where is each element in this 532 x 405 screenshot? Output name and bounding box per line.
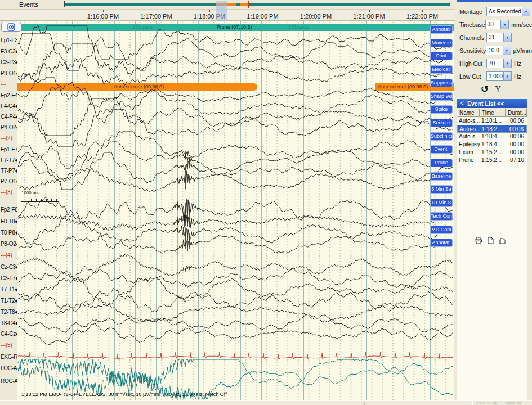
events-timeline-bar[interactable]	[65, 3, 450, 6]
bubble-button-event-[interactable]: Event!	[430, 145, 453, 154]
setting-dropdown[interactable]: 31▼	[486, 33, 512, 42]
status-divider	[364, 402, 365, 405]
bubble-button-annotati[interactable]: Annotati	[430, 238, 453, 247]
event-time: 1:18:4...	[480, 141, 506, 148]
bubble-button-5-min-sa[interactable]: 5 Min Sa	[430, 185, 453, 194]
channel-label[interactable]: P3-O1♦	[1, 70, 19, 76]
time-label: 1:21:00 PM	[353, 13, 385, 20]
channel-separator-label: ---(5)	[1, 342, 12, 348]
setting-dropdown[interactable]: 1.000▼	[486, 71, 512, 81]
auto-seizure-bar[interactable]: Auto-seizure (00:06.0)	[17, 83, 257, 91]
setting-dropdown[interactable]: 30▼	[485, 20, 509, 29]
channel-label[interactable]: T8-P8♦	[1, 230, 18, 236]
chevron-down-icon[interactable]: ▼	[503, 46, 511, 55]
setting-dropdown[interactable]: As Recorded▼	[486, 7, 530, 16]
eeg-traces	[17, 21, 454, 400]
chevron-down-icon[interactable]: ▼	[522, 7, 530, 16]
bubble-button-tech-com[interactable]: Tech Com	[430, 212, 453, 220]
setting-unit: µV/mm	[513, 47, 532, 54]
bubble-button-md-com[interactable]: MD Com	[430, 226, 453, 234]
events-bar-label: Events	[19, 1, 38, 8]
bubble-button-10-min-s[interactable]: 10 Min S	[430, 199, 453, 207]
event-column-header[interactable]: Time	[480, 109, 506, 117]
event-list-columns: NameTimeDurat...	[457, 109, 527, 117]
bubble-button-prune[interactable]: Prune	[430, 159, 453, 167]
recording-info-text: 1:18:12 PM EMU-RS-BP-EYELEADS, 30 mm/sec…	[21, 392, 227, 397]
setting-label: Timebase	[459, 21, 485, 28]
setting-unit: Hz	[514, 60, 521, 67]
caliper-tool-icon[interactable]: Y	[495, 85, 500, 94]
channel-label[interactable]: T1-T2♦	[1, 298, 17, 304]
prune-event-bar[interactable]: 172 secs Prune (07:10.5) 176 secs	[17, 24, 454, 31]
print-icon[interactable]	[474, 236, 482, 246]
channel-label[interactable]: T7-P7♦	[1, 168, 18, 174]
display-settings: MontageAs Recorded▼Timebase30▼mm/secChan…	[457, 7, 532, 84]
channel-label[interactable]: C3-T7♦	[1, 275, 18, 281]
event-row[interactable]: Epilepsy1:18:4...00:00	[457, 141, 527, 148]
chevron-down-icon[interactable]: ▼	[503, 33, 511, 42]
auto-seizure-label: Auto-seizure (00:06.0)	[378, 84, 428, 89]
setting-row-high-cut: High Cut70▼Hz	[459, 58, 532, 68]
events-bar: Events	[0, 0, 455, 10]
channel-label[interactable]: F7-T7♦	[1, 157, 17, 163]
channel-label[interactable]: T2-T8♦	[1, 309, 17, 315]
channel-label[interactable]: P8-O2♦	[1, 241, 19, 247]
channel-label[interactable]: P4-O2♦	[1, 124, 19, 130]
minute-tick	[157, 10, 157, 12]
event-name: Exam ...	[457, 148, 480, 156]
auto-seizure-label: Auto-seizure (00:06.0)	[114, 84, 164, 89]
setting-dropdown[interactable]: 70▼	[486, 58, 512, 68]
event-list-header[interactable]: < Event List <<	[457, 99, 527, 108]
channel-label[interactable]: P7-O1♦	[1, 178, 19, 184]
chevron-down-icon[interactable]: ▼	[503, 72, 511, 80]
bubble-button-seizure[interactable]: Seizure	[430, 119, 453, 127]
bubble-button-subclinica[interactable]: Subclinica	[430, 132, 453, 141]
channel-label[interactable]: F4-C4♦	[1, 103, 18, 109]
channel-label[interactable]: C3-P3♦	[1, 59, 19, 65]
copy-document-icon[interactable]	[499, 236, 506, 246]
dropdown-value: As Recorded	[487, 7, 522, 16]
event-row[interactable]: Auto-s...1:18:4...00:06	[457, 133, 527, 141]
channel-label[interactable]: T8-C4♦	[1, 320, 18, 326]
bubble-button-suppress[interactable]: Suppress	[430, 79, 453, 87]
bubble-button-sharp-wa[interactable]: Sharp Wa	[430, 92, 453, 101]
event-row[interactable]: Prune1:15:2...07:10	[457, 156, 527, 164]
scale-ruler	[21, 199, 59, 202]
undo-icon[interactable]: ↺	[481, 83, 489, 95]
bubble-button-medicati[interactable]: Medicati	[430, 65, 453, 74]
setting-dropdown[interactable]: 10.0▼	[486, 46, 511, 55]
event-column-header[interactable]: Name	[457, 109, 480, 117]
channel-label[interactable]: T7-T1♦	[1, 286, 17, 292]
bubble-button-print[interactable]: Print	[430, 52, 453, 60]
event-time: 1:18:4...	[480, 133, 506, 141]
new-document-icon[interactable]	[488, 236, 494, 246]
setting-row-montage: MontageAs Recorded▼	[459, 7, 532, 16]
time-label: 1:18:00 PM	[194, 13, 225, 20]
event-row[interactable]: Exam ...1:15:2...00:00	[457, 148, 527, 156]
bubble-button-spike[interactable]: Spike	[430, 105, 453, 114]
event-row[interactable]: Auto-s...1:18:2...00:06	[457, 125, 527, 133]
bubble-button-moveme[interactable]: Moveme	[430, 39, 453, 47]
chevron-left-icon[interactable]: <	[460, 100, 463, 106]
event-time: 1:18:2...	[480, 125, 505, 132]
event-row[interactable]: Auto-s...1:18:1...00:06	[457, 117, 527, 125]
eeg-trace-area[interactable]: 172 secs Prune (07:10.5) 176 secs Auto-s…	[17, 21, 454, 400]
time-ruler[interactable]: 1:16:00 PM1:17:00 PM1:18:00 PM1:19:00 PM…	[0, 10, 455, 21]
record-target-icon[interactable]	[1, 22, 21, 32]
channel-label[interactable]: C4-Cz♦	[1, 331, 19, 337]
bubble-button-annotati[interactable]: Annotati	[430, 25, 453, 34]
prune-left-marker: 172 secs	[132, 24, 153, 30]
channel-label[interactable]: F3-C3♦	[1, 48, 18, 55]
status-divider	[472, 402, 472, 405]
settings-panel: MontageAs Recorded▼Timebase30▼mm/secChan…	[457, 0, 532, 400]
channel-label[interactable]: F8-T8♦	[1, 218, 17, 224]
channel-label[interactable]: C4-P4♦	[1, 114, 19, 120]
event-duration: 00:00	[506, 148, 527, 156]
chevron-down-icon[interactable]: ▼	[500, 20, 508, 29]
setting-label: Sensitivity	[459, 47, 486, 54]
event-column-header[interactable]: Durat...	[506, 109, 527, 117]
chevron-down-icon[interactable]: ▼	[503, 59, 511, 68]
bubble-button-baseline[interactable]: Baseline	[430, 172, 453, 181]
timeline-seizure-segment	[216, 3, 236, 6]
channel-label[interactable]: Cz-C3♦	[1, 264, 19, 270]
